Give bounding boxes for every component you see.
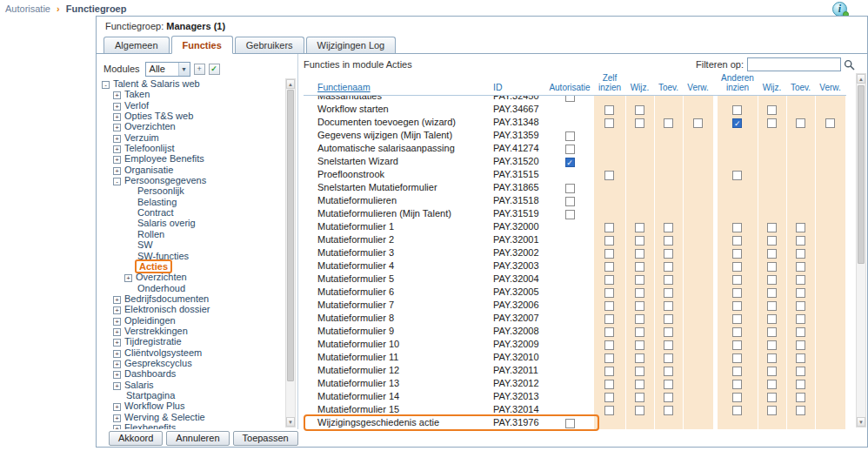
checkbox-zelf-wijz[interactable]: [635, 367, 644, 376]
tree-item-opleidingen[interactable]: +Opleidingen: [100, 315, 284, 326]
checkbox-zelf-toev[interactable]: [664, 314, 673, 324]
button-annuleren[interactable]: Annuleren: [166, 431, 229, 446]
function-row[interactable]: Mutatieformulier 12PAY.32011: [304, 364, 845, 377]
expand-icon[interactable]: +: [113, 425, 121, 429]
scroll-down-icon[interactable]: ▼: [286, 417, 295, 427]
checkbox-zelf-wijz[interactable]: [635, 288, 644, 298]
checkbox-zelf-wijz[interactable]: [635, 327, 644, 337]
checkbox-anderen-toev[interactable]: [796, 393, 805, 402]
expand-icon[interactable]: +: [113, 350, 121, 358]
checkbox-zelf-wijz[interactable]: [635, 118, 644, 128]
checkbox-anderen-toev[interactable]: [796, 327, 805, 337]
function-row[interactable]: Mutatieformulier 9PAY.32008: [304, 325, 845, 338]
expand-icon[interactable]: +: [113, 145, 121, 153]
expand-all-icon[interactable]: +: [194, 64, 205, 75]
tree-item-opties-t-s-web[interactable]: +Opties T&S web: [100, 111, 284, 121]
function-row[interactable]: Gegevens wijzigen (Mijn Talent)PAY.31359: [304, 129, 845, 142]
checkbox-anderen-inzien[interactable]: [732, 314, 742, 324]
function-row[interactable]: Mutatieformulier 14PAY.32013: [304, 390, 845, 403]
checkbox-zelf-toev[interactable]: [664, 367, 673, 376]
function-row[interactable]: Wijzigingsgeschiedenis actiePAY.31976: [304, 416, 845, 429]
tree-item-persoonlijk[interactable]: Persoonlijk: [100, 185, 284, 196]
checkbox-anderen-wijz[interactable]: [767, 380, 777, 389]
function-row[interactable]: Automatische salarisaanpassingPAY.41274: [304, 142, 845, 155]
checkbox-anderen-inzien[interactable]: [732, 236, 742, 246]
column-header-autorisatie[interactable]: Autorisatie: [545, 73, 594, 96]
scroll-up-icon[interactable]: ▲: [857, 74, 865, 84]
expand-icon[interactable]: +: [113, 318, 121, 326]
checkbox-zelf-inzien[interactable]: [604, 406, 614, 415]
checkbox-anderen-wijz[interactable]: [767, 288, 777, 298]
checkbox-anderen-toev[interactable]: [796, 249, 805, 259]
checkbox-autorisatie[interactable]: [565, 184, 575, 193]
checkbox-zelf-wijz[interactable]: [635, 314, 644, 324]
checkbox-anderen-wijz[interactable]: [767, 340, 777, 350]
checkbox-zelf-inzien[interactable]: [604, 223, 614, 232]
checkbox-anderen-inzien[interactable]: [732, 223, 742, 232]
checkbox-autorisatie[interactable]: [565, 197, 575, 206]
checkbox-anderen-inzien[interactable]: [732, 249, 742, 259]
tree-item-bedrijfsdocumenten[interactable]: +Bedrijfsdocumenten: [100, 293, 284, 304]
tree-item-elektronisch-dossier[interactable]: +Elektronisch dossier: [100, 304, 284, 314]
checkbox-anderen-toev[interactable]: [796, 236, 805, 246]
tree-item-taken[interactable]: +Taken: [100, 89, 284, 99]
checkbox-zelf-inzien[interactable]: [604, 118, 614, 128]
checkbox-anderen-wijz[interactable]: [767, 223, 777, 232]
checkbox-anderen-inzien[interactable]: [732, 353, 742, 363]
function-row[interactable]: Mutatieformulier 8PAY.32007: [304, 312, 845, 325]
checkbox-anderen-toev[interactable]: [796, 223, 805, 232]
checkbox-anderen-wijz[interactable]: [767, 118, 777, 128]
scroll-up-icon[interactable]: ▲: [286, 79, 295, 89]
expand-icon[interactable]: +: [113, 360, 121, 368]
checkbox-zelf-inzien[interactable]: [604, 288, 614, 298]
tree-item-rollen[interactable]: Rollen: [100, 229, 284, 239]
checkbox-anderen-wijz[interactable]: [767, 353, 777, 363]
checkbox-autorisatie[interactable]: [565, 131, 575, 141]
tree-item-acties[interactable]: Acties: [100, 261, 284, 272]
checkbox-anderen-inzien[interactable]: [732, 262, 742, 272]
expand-icon[interactable]: +: [113, 91, 121, 99]
tree-item-verlof[interactable]: +Verlof: [100, 100, 284, 111]
checkbox-anderen-wijz[interactable]: [767, 406, 777, 415]
checkbox-anderen-inzien[interactable]: [732, 327, 742, 337]
function-row[interactable]: Mutatieformulier 4PAY.32003: [304, 259, 845, 273]
function-row[interactable]: Mutatieformulieren (Mijn Talent)PAY.3151…: [304, 207, 845, 220]
checkbox-anderen-inzien[interactable]: [732, 367, 742, 376]
checkbox-zelf-inzien[interactable]: [604, 327, 614, 337]
checkbox-zelf-wijz[interactable]: [635, 380, 644, 389]
checkbox-zelf-inzien[interactable]: [604, 301, 614, 311]
checkbox-zelf-wijz[interactable]: [635, 393, 644, 402]
checkbox-zelf-toev[interactable]: [664, 393, 673, 402]
function-row[interactable]: Mutatieformulier 6PAY.32005: [304, 286, 845, 299]
expand-icon[interactable]: +: [113, 113, 121, 121]
checkbox-anderen-wijz[interactable]: [767, 393, 777, 402]
checkbox-zelf-toev[interactable]: [664, 340, 673, 350]
column-header-zelf-wijz[interactable]: Wijz.: [625, 73, 654, 96]
expand-icon[interactable]: +: [113, 382, 121, 390]
checkbox-anderen-inzien[interactable]: [732, 288, 742, 298]
function-row[interactable]: Workflow startenPAY.34667: [304, 103, 845, 116]
tree-item-telefoonlijst[interactable]: +Telefoonlijst: [100, 143, 284, 153]
checkbox-zelf-toev[interactable]: [664, 262, 673, 272]
function-row[interactable]: Snelstarten MutatieformulierPAY.31865: [304, 181, 845, 194]
tree-item-belasting[interactable]: Belasting: [100, 197, 284, 207]
checkbox-anderen-wijz[interactable]: [767, 367, 777, 376]
info-icon[interactable]: i: [832, 2, 847, 17]
function-row[interactable]: Mutatieformulier 1PAY.32000: [304, 220, 845, 233]
checkbox-anderen-toev[interactable]: [796, 301, 805, 311]
tree-item-organisatie[interactable]: +Organisatie: [100, 165, 284, 175]
tree-item-tijdregistratie[interactable]: +Tijdregistratie: [100, 336, 284, 347]
checkbox-autorisatie[interactable]: [565, 96, 575, 102]
checkbox-anderen-toev[interactable]: [796, 275, 805, 285]
checkbox-anderen-toev[interactable]: [796, 314, 805, 324]
checkbox-zelf-inzien[interactable]: [604, 314, 614, 324]
checkbox-anderen-inzien[interactable]: [732, 105, 742, 115]
button-akkoord[interactable]: Akkoord: [109, 431, 163, 446]
checkbox-anderen-wijz[interactable]: [767, 275, 777, 285]
checkbox-zelf-inzien[interactable]: [604, 236, 614, 246]
tree-scrollbar[interactable]: ▲ ▼: [285, 78, 296, 427]
column-header-id[interactable]: ID: [491, 73, 545, 96]
tab-functies[interactable]: Functies: [171, 36, 233, 54]
checkbox-zelf-inzien[interactable]: [604, 367, 614, 376]
collapse-icon[interactable]: -: [113, 178, 121, 185]
